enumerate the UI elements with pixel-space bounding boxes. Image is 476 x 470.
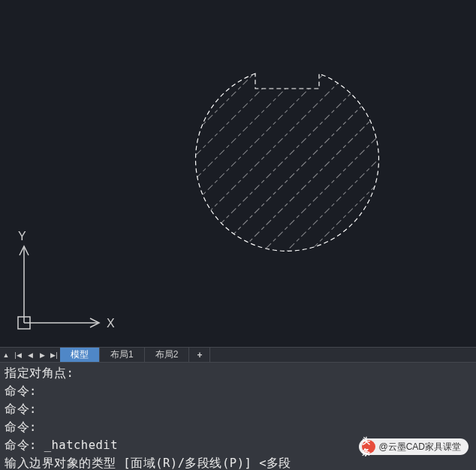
command-line: 输入边界对象的类型 [面域(R)/多段线(P)] <多段 [5,454,471,470]
tab-collapse-button[interactable]: ▲ [0,348,12,362]
ucs-icon: Y X [8,210,120,345]
tab-layout2[interactable]: 布局2 [145,348,190,362]
drawing-canvas[interactable]: Y X [0,0,476,347]
tab-add-button[interactable]: + [189,348,210,362]
layout-tab-bar: ▲ |◀ ◀ ▶ ▶| 模型 布局1 布局2 + [0,347,476,362]
tab-layout1[interactable]: 布局1 [100,348,145,362]
ucs-x-label: X [107,317,115,330]
command-line: 指定对角点: [5,364,471,382]
watermark-badge: 头条 @云墨CAD家具课堂 [359,438,468,455]
command-line: 命令: [5,418,471,436]
watermark-text: @云墨CAD家具课堂 [378,441,461,453]
command-line: 命令: [5,382,471,400]
ucs-y-label: Y [18,230,26,243]
watermark-icon: 头条 [362,440,375,453]
tab-prev-button[interactable]: ◀ [24,348,36,362]
tab-last-button[interactable]: ▶| [48,348,60,362]
command-line: 命令: [5,400,471,418]
hatched-region[interactable] [196,74,379,251]
tab-first-button[interactable]: |◀ [12,348,24,362]
tab-model[interactable]: 模型 [60,348,100,362]
tab-next-button[interactable]: ▶ [36,348,48,362]
